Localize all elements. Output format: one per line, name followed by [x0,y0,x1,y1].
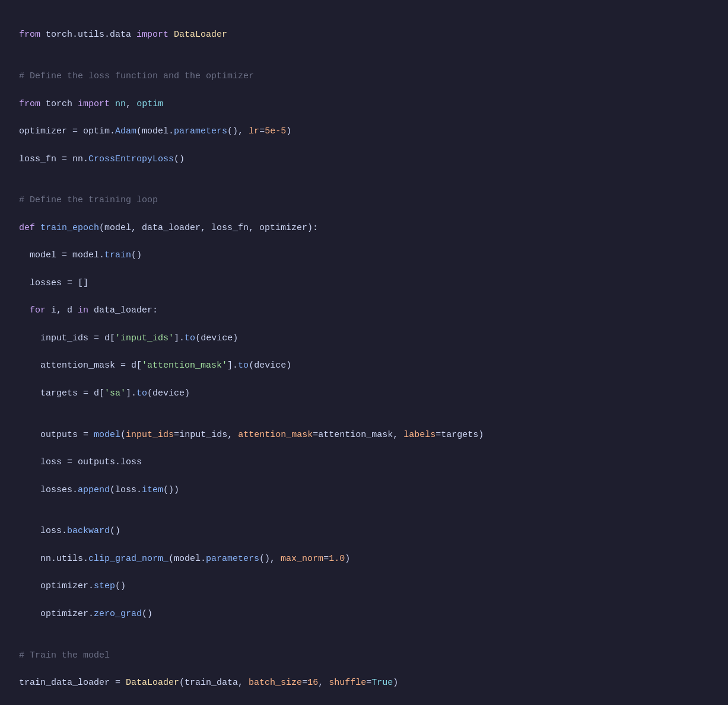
code-line-1: from torch.utils.data import DataLoader [19,28,709,42]
code-line-14: attention_mask = d['attention_mask'].to(… [19,359,709,372]
code-line-3: # Define the loss function and the optim… [19,69,709,83]
code-line-26: # Train the model [19,649,709,662]
code-editor: from torch.utils.data import DataLoader … [19,14,709,705]
code-line-17: outputs = model(input_ids=input_ids, att… [19,428,709,442]
code-line-19: losses.append(loss.item()) [19,483,709,497]
code-line-15: targets = d['sa'].to(device) [19,387,709,400]
code-line-22: nn.utils.clip_grad_norm_(model.parameter… [19,552,709,566]
code-line-21: loss.backward() [19,524,709,538]
code-line-12: for i, d in data_loader: [19,304,709,317]
code-line-13: input_ids = d['input_ids'].to(device) [19,331,709,345]
code-line-23: optimizer.step() [19,579,709,593]
code-line-18: loss = outputs.loss [19,455,709,469]
code-line-11: losses = [] [19,276,709,290]
code-line-6: loss_fn = nn.CrossEntropyLoss() [19,152,709,166]
code-line-27: train_data_loader = DataLoader(train_dat… [19,676,709,690]
code-line-8: # Define the training loop [19,193,709,207]
code-line-24: optimizer.zero_grad() [19,607,709,621]
code-line-10: model = model.train() [19,248,709,262]
code-line-4: from torch import nn, optim [19,97,709,111]
code-line-9: def train_epoch(model, data_loader, loss… [19,221,709,235]
code-line-5: optimizer = optim.Adam(model.parameters(… [19,125,709,138]
